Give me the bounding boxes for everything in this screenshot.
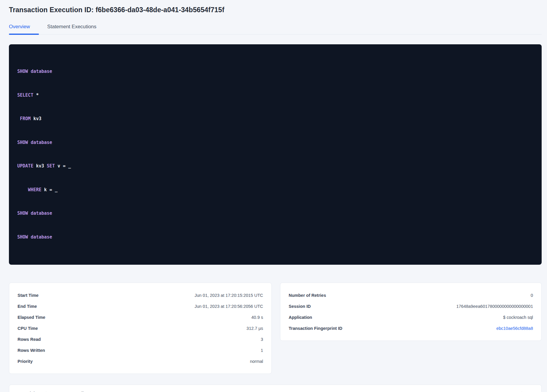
tab-bar: Overview Statement Executions xyxy=(9,22,542,35)
kv-row-rows-read: Rows Read 3 xyxy=(18,334,263,345)
sql-identifier: kv3 xyxy=(33,163,47,169)
kv-label: Priority xyxy=(18,359,33,364)
sql-line: UPDATE kv3 SET v = _ xyxy=(17,162,533,170)
kv-value: 1 xyxy=(261,348,263,353)
sql-keyword: WHERE xyxy=(17,187,41,192)
kv-row-application: Application $ cockroach sql xyxy=(289,312,533,323)
sql-identifier: * xyxy=(33,92,39,98)
kv-label: Rows Written xyxy=(18,348,45,353)
kv-row-rows-written: Rows Written 1 xyxy=(18,345,263,356)
execution-details-card: Start Time Jun 01, 2023 at 17:20:15:2015… xyxy=(9,283,272,374)
kv-value: Jun 01, 2023 at 17:20:15:2015 UTC xyxy=(194,293,263,298)
kv-value: 40.9 s xyxy=(252,315,263,320)
kv-label: End Time xyxy=(18,304,37,309)
sql-keyword: SET xyxy=(47,163,55,169)
sql-identifier: k = _ xyxy=(41,187,57,192)
page-title: Transaction Execution ID: f6be6366-da03-… xyxy=(9,6,542,14)
sql-line: SHOW database xyxy=(17,209,533,217)
column-header-blank[interactable] xyxy=(516,391,541,392)
kv-value: 312.7 µs xyxy=(246,326,263,331)
sql-line: WHERE k = _ xyxy=(17,186,533,194)
insights-table-card: Insights Details High Contention Time Sp… xyxy=(9,385,542,392)
sql-identifier: v = _ xyxy=(55,163,71,169)
sql-keyword: SHOW database xyxy=(17,211,52,216)
kv-row-retries: Number of Retries 0 xyxy=(289,290,533,301)
sql-identifier: kv3 xyxy=(31,116,41,121)
sql-keyword: SHOW database xyxy=(17,234,52,240)
column-header-details[interactable]: Details xyxy=(72,391,503,392)
summary-cards: Start Time Jun 01, 2023 at 17:20:15:2015… xyxy=(9,283,542,374)
sql-line: SELECT * xyxy=(17,91,533,99)
kv-label: Start Time xyxy=(18,293,39,298)
sql-keyword: FROM xyxy=(17,116,31,121)
kv-label: Rows Read xyxy=(18,337,41,342)
kv-row-transaction-fingerprint-id: Transaction Fingerprint ID ebc10ae56cfd8… xyxy=(289,323,533,334)
sql-keyword: SHOW database xyxy=(17,69,52,74)
sql-line: SHOW database xyxy=(17,68,533,76)
sql-line: FROM kv3 xyxy=(17,115,533,123)
sql-keyword: SELECT xyxy=(17,92,33,98)
kv-row-end-time: End Time Jun 01, 2023 at 17:20:56:2056 U… xyxy=(18,301,263,312)
sql-line: SHOW database xyxy=(17,139,533,147)
sql-line: SHOW database xyxy=(17,233,533,241)
column-header-insights[interactable]: Insights xyxy=(9,391,72,392)
transaction-fingerprint-link[interactable]: ebc10ae56cfd88a8 xyxy=(496,326,533,331)
kv-value: 17648a9eea6017800000000000000001 xyxy=(456,304,533,309)
kv-label: CPU Time xyxy=(18,326,38,331)
page: Transaction Execution ID: f6be6366-da03-… xyxy=(0,6,547,392)
kv-value: 3 xyxy=(261,337,263,342)
kv-row-priority: Priority normal xyxy=(18,356,263,367)
kv-value: 0 xyxy=(531,293,533,298)
sql-keyword: SHOW database xyxy=(17,140,52,145)
insights-table-header: Insights Details xyxy=(9,391,541,392)
kv-row-start-time: Start Time Jun 01, 2023 at 17:20:15:2015… xyxy=(18,290,263,301)
kv-row-elapsed-time: Elapsed Time 40.9 s xyxy=(18,312,263,323)
kv-label: Number of Retries xyxy=(289,293,326,298)
tab-overview[interactable]: Overview xyxy=(9,22,30,34)
kv-value: $ cockroach sql xyxy=(503,315,533,320)
kv-label: Application xyxy=(289,315,312,320)
kv-row-session-id: Session ID 17648a9eea6017800000000000000… xyxy=(289,301,533,312)
session-details-card: Number of Retries 0 Session ID 17648a9ee… xyxy=(280,283,542,341)
kv-label: Session ID xyxy=(289,304,311,309)
kv-label: Transaction Fingerprint ID xyxy=(289,326,342,331)
sql-statements-box: SHOW database SELECT * FROM kv3 SHOW dat… xyxy=(9,44,542,265)
kv-value: Jun 01, 2023 at 17:20:56:2056 UTC xyxy=(194,304,263,309)
kv-row-cpu-time: CPU Time 312.7 µs xyxy=(18,323,263,334)
kv-label: Elapsed Time xyxy=(18,315,45,320)
tab-statement-executions[interactable]: Statement Executions xyxy=(47,22,96,34)
kv-value: normal xyxy=(250,359,263,364)
sql-keyword: UPDATE xyxy=(17,163,33,169)
